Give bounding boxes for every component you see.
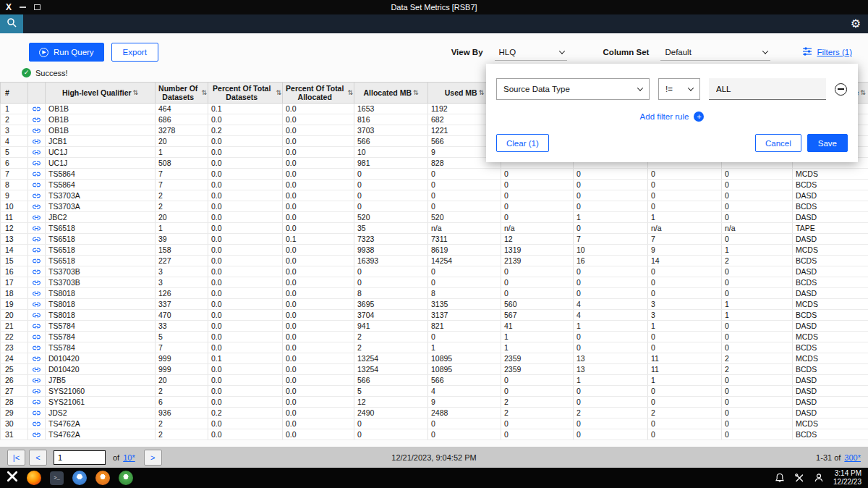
row-link-icon[interactable] — [28, 245, 46, 256]
sort-icon[interactable]: ⇅ — [133, 89, 139, 96]
cell: 1 — [428, 342, 501, 353]
row-link-icon[interactable] — [28, 190, 46, 201]
next-page-button[interactable]: > — [144, 450, 162, 466]
row-link-icon[interactable] — [28, 375, 46, 386]
view-by-select[interactable]: HLQ — [495, 43, 567, 61]
orange-app-icon[interactable] — [95, 471, 110, 485]
remove-filter-rule-icon[interactable] — [835, 83, 847, 96]
first-page-button[interactable]: |< — [7, 450, 25, 466]
previous-page-button[interactable]: < — [29, 450, 47, 466]
cell: 2 — [501, 408, 574, 418]
settings-gear-icon[interactable]: ⚙ — [851, 18, 861, 30]
tools-icon[interactable] — [794, 473, 804, 483]
save-button[interactable]: Save — [807, 134, 848, 152]
row-link-icon[interactable] — [28, 212, 46, 223]
cell: 567 — [501, 310, 574, 321]
row-link-icon[interactable] — [28, 125, 46, 136]
user-icon[interactable] — [814, 473, 824, 483]
search-button[interactable] — [0, 14, 23, 33]
table-row: 9TS3703A20.00.0000000DASD — [1, 190, 868, 201]
cell: 0.0 — [283, 364, 354, 375]
sort-icon[interactable]: ⇅ — [276, 89, 281, 96]
row-link-icon[interactable] — [28, 408, 46, 418]
column-header-number-of-datasets[interactable]: Number Of Datasets⇅ — [156, 83, 208, 104]
row-link-icon[interactable] — [28, 332, 46, 342]
filter-value-input[interactable] — [709, 78, 826, 100]
row-link-icon[interactable] — [28, 321, 46, 332]
cell: 9 — [428, 397, 501, 408]
cell: 8 — [428, 288, 501, 299]
sort-icon[interactable]: ⇅ — [479, 89, 485, 96]
row-link-icon[interactable] — [28, 180, 46, 190]
column-set-value: Default — [665, 48, 691, 56]
sort-icon[interactable]: ⇅ — [413, 89, 419, 96]
row-link-icon[interactable] — [28, 342, 46, 353]
row-link-icon[interactable] — [28, 147, 46, 158]
column-set-select[interactable]: Default — [660, 43, 770, 61]
green-app-icon[interactable] — [119, 471, 133, 485]
row-link-icon[interactable] — [28, 266, 46, 277]
row-link-icon[interactable] — [28, 353, 46, 364]
page-number-input[interactable] — [54, 450, 106, 465]
row-link-icon[interactable] — [28, 234, 46, 245]
column-header-percent-of-total-datasets[interactable]: Percent Of Total Datasets⇅ — [208, 83, 283, 104]
notifications-bell-icon[interactable] — [775, 473, 785, 483]
cancel-button[interactable]: Cancel — [755, 134, 801, 152]
column-header-high-level-qualifier[interactable]: High-level Qualifier⇅ — [46, 83, 156, 104]
filter-field-select[interactable]: Source Data Type — [496, 78, 650, 100]
row-link-icon[interactable] — [28, 429, 46, 440]
table-row: 7TS586470.00.0000000MCDS — [1, 169, 868, 180]
x-logo-icon[interactable] — [7, 471, 18, 485]
row-link-icon[interactable] — [28, 136, 46, 147]
filters-button[interactable]: Filters (1) — [802, 46, 852, 58]
table-row: 14TS65181580.00.09938861913191091MCDS — [1, 245, 868, 256]
sort-icon[interactable]: ⇅ — [347, 89, 353, 96]
column-header-allocated-mb[interactable]: Allocated MB⇅ — [354, 83, 428, 104]
export-button[interactable]: Export — [111, 43, 158, 62]
browser-app-icon[interactable] — [72, 471, 87, 485]
filter-operator-select[interactable]: != — [658, 78, 700, 100]
total-rows-link[interactable]: 300* — [844, 453, 861, 462]
cell: 0.0 — [283, 256, 354, 266]
row-link-icon[interactable] — [28, 169, 46, 180]
column-header--: # — [1, 83, 28, 104]
total-pages-link[interactable]: 10* — [123, 453, 135, 462]
cell: 464 — [156, 104, 208, 114]
row-link-icon[interactable] — [28, 256, 46, 266]
terminal-icon[interactable]: >_ — [50, 471, 64, 485]
row-link-icon[interactable] — [28, 277, 46, 288]
run-query-button[interactable]: ▶ Run Query — [29, 43, 104, 62]
cell: 10 — [574, 245, 648, 256]
cell: 0.0 — [283, 180, 354, 190]
clear-filters-button[interactable]: Clear (1) — [496, 134, 549, 152]
cell: TS3703A — [46, 201, 156, 212]
window-minimize-icon[interactable] — [20, 7, 26, 8]
plus-icon — [694, 112, 704, 122]
row-link-icon[interactable] — [28, 310, 46, 321]
row-link-icon[interactable] — [28, 299, 46, 310]
row-link-icon[interactable] — [28, 364, 46, 375]
row-link-icon[interactable] — [28, 397, 46, 408]
window-restore-icon[interactable] — [34, 4, 41, 10]
add-filter-rule-link[interactable]: Add filter rule — [496, 112, 848, 122]
row-link-icon[interactable] — [28, 288, 46, 299]
row-link-icon[interactable] — [28, 104, 46, 114]
cell: 0.1 — [283, 234, 354, 245]
row-link-icon[interactable] — [28, 158, 46, 169]
table-row: 23TS578470.00.0211000BCDS — [1, 342, 868, 353]
row-link-icon[interactable] — [28, 114, 46, 125]
column-header-percent-of-total-allocated[interactable]: Percent Of Total Allocated⇅ — [283, 83, 354, 104]
row-link-icon[interactable] — [28, 418, 46, 429]
chevron-down-icon — [762, 48, 768, 54]
cell: TS3703B — [46, 277, 156, 288]
taskbar-clock[interactable]: 3:14 PM 12/22/23 — [833, 469, 861, 487]
row-link-icon[interactable] — [28, 223, 46, 234]
sort-icon[interactable]: ⇅ — [201, 89, 207, 96]
firefox-icon[interactable] — [27, 471, 41, 485]
window-close-button[interactable]: X — [6, 3, 12, 12]
cell: 2359 — [501, 364, 574, 375]
sort-icon[interactable]: ⇅ — [860, 89, 866, 96]
row-link-icon[interactable] — [28, 386, 46, 397]
row-link-icon[interactable] — [28, 201, 46, 212]
cell: 0 — [428, 277, 501, 288]
